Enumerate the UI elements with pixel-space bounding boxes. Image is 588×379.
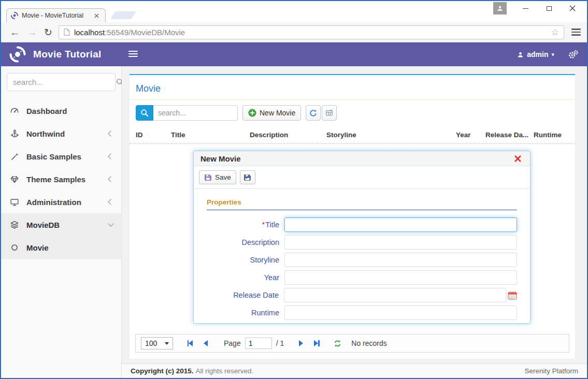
app-header: Movie Tutorial admin ▾ [1,42,587,66]
title-input[interactable] [284,217,517,232]
storyline-label: Storyline [207,256,284,264]
favicon-swirl-icon [10,11,19,20]
url-path: :56549/MovieDB/Movie [105,28,185,37]
grid-refresh-button[interactable] [306,105,321,121]
page-size-select[interactable]: 100 [141,337,173,349]
chevron-left-icon [108,153,113,159]
release-date-label: Release Date [207,291,284,299]
grid-search-input[interactable] [153,105,238,121]
last-page-button[interactable] [311,338,322,349]
chevron-left-icon [108,130,113,136]
column-header-title[interactable]: Title [171,131,250,139]
sidebar-item-basic-samples[interactable]: Basic Samples [1,145,121,168]
sidebar-group-moviedb: MovieDB Movie [1,213,121,259]
brand-area: Movie Tutorial [8,45,122,64]
header-right: admin ▾ [517,49,587,60]
back-icon[interactable]: ← [10,27,20,37]
column-header-year[interactable]: Year [456,131,485,139]
description-input[interactable] [284,235,517,250]
column-header-runtime[interactable]: Runtime [534,131,575,139]
profile-icon[interactable] [493,2,507,14]
page-number-input[interactable] [245,338,272,349]
grid-header: ID Title Description Storyline Year Rele… [130,127,575,144]
logo-swirl-icon [8,45,27,64]
sidebar-item-theme-samples[interactable]: Theme Samples [1,168,121,191]
search-icon [140,109,149,117]
chevron-down-icon [108,221,113,226]
year-label: Year [207,273,284,282]
settings-cogs-icon[interactable] [568,49,579,60]
address-bar[interactable]: localhost:56549/MovieDB/Movie ☆ [59,25,564,39]
sidebar-search-box [7,73,116,91]
first-page-button[interactable] [184,338,196,349]
save-floppy-icon [204,173,212,181]
save-button[interactable]: Save [199,170,236,184]
new-tab-button[interactable] [110,11,136,19]
window-controls [493,1,584,16]
dialog-toolbar: Save [194,166,530,189]
browser-menu-icon[interactable] [570,26,582,37]
sidebar-item-administration[interactable]: Administration [1,191,121,213]
sidebar: Dashboard Northwind Basic Samples Theme … [1,66,122,378]
new-movie-dialog: New Movie Save [193,151,530,324]
dialog-titlebar[interactable]: New Movie [194,151,530,166]
browser-toolbar: ← → ↻ localhost:56549/MovieDB/Movie ☆ [1,22,587,42]
new-movie-button[interactable]: New Movie [242,105,301,121]
plus-circle-icon [248,109,256,117]
bookmark-star-icon[interactable]: ☆ [551,27,559,38]
minimize-button[interactable] [514,1,537,16]
storyline-input[interactable] [284,253,517,267]
field-row-title: *Title [207,217,517,232]
reload-icon[interactable]: ↻ [44,27,52,37]
sidebar-item-dashboard[interactable]: Dashboard [1,99,121,122]
sidebar-item-movie[interactable]: Movie [1,236,121,259]
sidebar-toggle-icon[interactable] [128,51,138,57]
sidebar-item-moviedb[interactable]: MovieDB [1,213,121,236]
tab-close-icon[interactable] [91,10,102,21]
browser-window: Movie - MovieTutorial ← → ↻ loca [0,0,588,379]
app-brand-title: Movie Tutorial [33,49,102,60]
sidebar-nav: Dashboard Northwind Basic Samples Theme … [1,94,121,259]
column-picker-icon [325,109,334,118]
title-label: *Title [207,221,284,229]
dialog-title: New Movie [200,154,241,163]
previous-page-button[interactable] [200,338,211,349]
sidebar-item-northwind[interactable]: Northwind [1,122,121,145]
pager-refresh-icon[interactable] [332,338,343,349]
column-header-id[interactable]: ID [136,131,171,139]
close-button[interactable] [561,1,584,16]
maximize-button[interactable] [537,1,561,16]
wand-icon [9,152,20,161]
user-icon [517,51,524,58]
column-header-description[interactable]: Description [250,131,326,139]
calendar-icon[interactable] [508,291,517,300]
page-icon [64,28,70,36]
apply-changes-button[interactable] [240,170,255,184]
release-date-input[interactable] [284,288,506,302]
grid-search-button[interactable] [136,105,153,121]
runtime-label: Runtime [207,309,284,317]
forward-icon[interactable]: → [27,27,37,37]
refresh-icon [309,109,318,118]
field-row-release-date: Release Date [207,288,517,302]
dialog-close-icon[interactable] [512,153,523,164]
field-row-runtime: Runtime [207,305,517,320]
circle-icon [9,243,20,252]
required-mark: * [262,221,265,228]
column-picker-button[interactable] [322,105,337,121]
site-footer: Copyright (c) 2015. All rights reserved.… [122,363,587,378]
column-header-release-date[interactable]: Release Da... [485,131,534,139]
content-panel: Movie New Movie [130,74,575,359]
runtime-input[interactable] [284,305,517,320]
url-host: localhost [74,28,105,37]
save-check-icon [243,173,251,181]
year-input[interactable] [284,270,517,285]
user-menu[interactable]: admin ▾ [517,50,554,59]
page-total: / 1 [276,339,284,347]
url-text: localhost:56549/MovieDB/Movie [74,28,551,37]
sidebar-search-input[interactable] [13,78,116,86]
column-header-storyline[interactable]: Storyline [326,131,456,139]
field-row-year: Year [207,270,517,285]
browser-tab[interactable]: Movie - MovieTutorial [6,8,106,22]
next-page-button[interactable] [295,338,307,349]
